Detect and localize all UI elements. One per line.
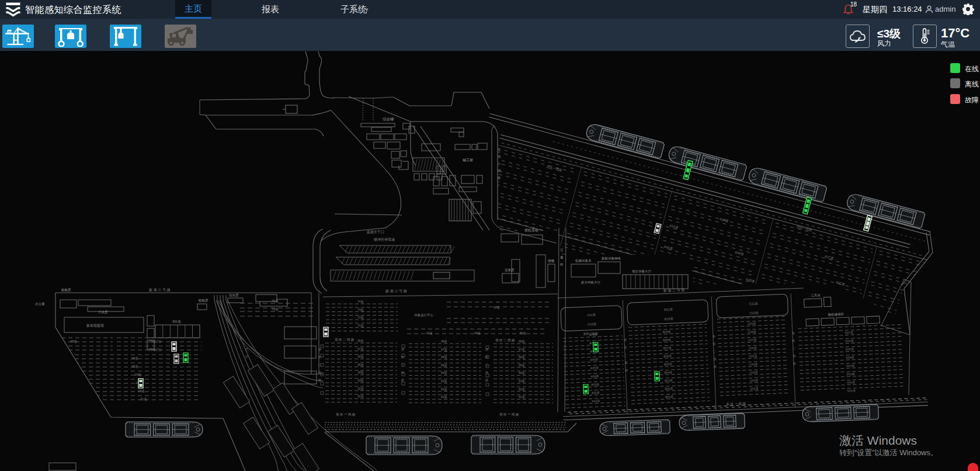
svg-text:35道: 35道 <box>357 363 364 366</box>
svg-text:三: 三 <box>485 363 488 366</box>
svg-text:44道: 44道 <box>441 371 447 375</box>
svg-text:货: 货 <box>401 348 404 351</box>
svg-text:货 区 一 线 路: 货 区 一 线 路 <box>336 413 356 416</box>
svg-text:B03道: B03道 <box>665 379 673 383</box>
svg-text:趣: 趣 <box>560 255 564 259</box>
svg-text:C04道: C04道 <box>749 362 757 366</box>
svg-text:斤: 斤 <box>245 355 249 358</box>
svg-text:B06道: B06道 <box>663 354 672 358</box>
svg-text:65道: 65道 <box>519 363 525 367</box>
svg-text:A01道: A01道 <box>592 399 600 403</box>
svg-text:301道: 301道 <box>172 320 181 323</box>
svg-text:洗车房: 洗车房 <box>505 268 515 272</box>
svg-text:27道(污): 27道(污) <box>149 348 161 352</box>
svg-text:C05道: C05道 <box>749 354 757 358</box>
svg-text:新 港 二 号 路: 新 港 二 号 路 <box>149 288 171 292</box>
svg-text:综合房: 综合房 <box>229 293 239 297</box>
svg-text:C02道: C02道 <box>750 379 758 383</box>
svg-text:37道: 37道 <box>357 347 364 351</box>
svg-text:C06道: C06道 <box>749 346 757 350</box>
svg-text:路: 路 <box>498 176 501 179</box>
svg-text:C07道: C07道 <box>748 338 756 342</box>
svg-text:A06道: A06道 <box>590 358 598 362</box>
svg-text:74道: 74道 <box>357 300 364 303</box>
svg-text:工具房: 工具房 <box>811 293 821 297</box>
svg-text:船舶房: 船舶房 <box>61 288 71 292</box>
svg-text:B08道: B08道 <box>663 338 671 342</box>
svg-text:机械设备库: 机械设备库 <box>575 259 592 263</box>
svg-text:货: 货 <box>485 348 488 351</box>
svg-text:新 港 二 号 路: 新 港 二 号 路 <box>385 289 407 293</box>
svg-text:71道: 71道 <box>357 324 364 327</box>
svg-text:区: 区 <box>401 355 404 359</box>
svg-text:煤棚: 煤棚 <box>548 259 554 262</box>
svg-text:设备运行中心: 设备运行中心 <box>414 313 434 317</box>
svg-text:东区三线路: 东区三线路 <box>583 331 597 335</box>
svg-text:乐: 乐 <box>560 248 564 252</box>
svg-text:路: 路 <box>714 365 717 368</box>
svg-text:B04道: B04道 <box>664 370 672 375</box>
svg-text:45道: 45道 <box>441 363 447 367</box>
svg-text:区: 区 <box>713 342 715 345</box>
svg-text:疏港主干口: 疏港主干口 <box>367 230 384 234</box>
svg-text:D01道: D01道 <box>847 389 856 393</box>
svg-text:B02道: B02道 <box>665 386 673 390</box>
svg-text:线: 线 <box>485 370 488 374</box>
svg-text:21道: 21道 <box>140 397 147 401</box>
svg-text:24道: 24道 <box>134 373 141 376</box>
svg-text:50道: 50道 <box>520 331 526 335</box>
svg-text:68道: 68道 <box>519 340 525 343</box>
svg-text:线: 线 <box>401 370 404 374</box>
svg-text:东: 东 <box>713 334 715 338</box>
svg-text:C03道: C03道 <box>749 370 757 375</box>
svg-text:25道: 25道 <box>131 365 138 368</box>
svg-text:路: 路 <box>318 378 321 382</box>
svg-text:A02道: A02道 <box>592 391 600 395</box>
svg-text:76道: 76道 <box>272 299 279 303</box>
svg-text:C11道: C11道 <box>749 302 759 306</box>
svg-text:煤机车楼: 煤机车楼 <box>524 228 538 232</box>
svg-text:D01道: D01道 <box>847 380 855 385</box>
svg-text:64道: 64道 <box>519 371 525 375</box>
svg-text:线: 线 <box>498 155 501 158</box>
svg-text:31道: 31道 <box>357 394 364 398</box>
svg-text:36道: 36道 <box>357 355 364 358</box>
svg-text:路: 路 <box>625 368 628 372</box>
svg-text:46道: 46道 <box>441 355 447 359</box>
svg-text:区: 区 <box>624 345 627 349</box>
svg-text:B09道: B09道 <box>662 330 670 334</box>
svg-text:26道: 26道 <box>131 356 138 360</box>
svg-text:33道: 33道 <box>357 379 364 382</box>
svg-text:区: 区 <box>792 339 795 342</box>
svg-text:C01道: C01道 <box>750 387 758 391</box>
svg-text:43道: 43道 <box>441 379 447 383</box>
svg-text:新天科验大厅: 新天科验大厅 <box>581 280 601 284</box>
svg-text:械工楼: 械工楼 <box>463 158 473 162</box>
svg-text:综合楼: 综合楼 <box>383 117 394 122</box>
svg-text:C09道: C09道 <box>748 321 756 325</box>
svg-text:新航设备网络: 新航设备网络 <box>602 257 621 261</box>
svg-text:路: 路 <box>793 362 796 365</box>
svg-text:38道: 38道 <box>357 339 364 342</box>
svg-text:船舶房: 船舶房 <box>199 299 208 303</box>
svg-text:缓冲区停车场: 缓冲区停车场 <box>374 237 395 242</box>
svg-text:二: 二 <box>793 347 795 350</box>
svg-text:东: 东 <box>624 338 627 341</box>
svg-text:二: 二 <box>713 349 716 353</box>
svg-text:29道(污): 29道(污) <box>149 340 161 344</box>
svg-text:28道: 28道 <box>70 340 77 343</box>
svg-text:32道: 32道 <box>357 387 364 390</box>
svg-text:B11道: B11道 <box>664 307 673 311</box>
svg-text:D03道: D03道 <box>846 363 854 368</box>
svg-text:B10道: B10道 <box>665 317 674 321</box>
svg-text:D04道: D04道 <box>846 355 854 359</box>
svg-text:A05道: A05道 <box>590 366 599 370</box>
svg-text:六: 六 <box>498 162 501 165</box>
svg-text:49道: 49道 <box>474 331 481 335</box>
svg-text:D05道: D05道 <box>846 347 854 351</box>
svg-text:货: 货 <box>318 348 321 351</box>
svg-text:烟台设备大厅: 烟台设备大厅 <box>632 269 652 273</box>
svg-text:三: 三 <box>401 363 404 366</box>
svg-text:A10道: A10道 <box>588 322 597 326</box>
svg-text:B07道: B07道 <box>663 346 672 350</box>
